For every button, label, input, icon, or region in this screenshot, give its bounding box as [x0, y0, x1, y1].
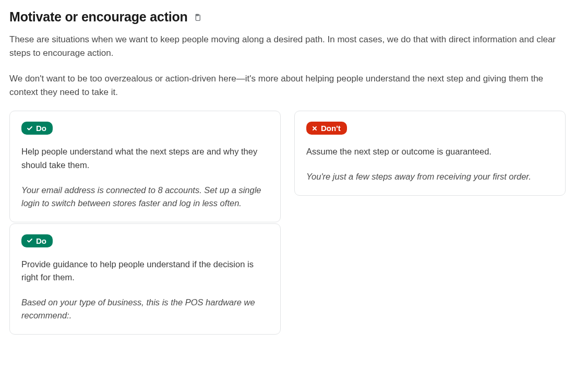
cards-container: Do Help people understand what the next …	[9, 111, 566, 335]
do-card-1-desc: Help people understand what the next ste…	[21, 145, 269, 172]
do-badge: Do	[21, 234, 53, 247]
dont-card-1-example: You're just a few steps away from receiv…	[306, 170, 554, 184]
intro-paragraph-2: We don't want to be too overzealous or a…	[9, 72, 562, 100]
do-card-1-example: Your email address is connected to 8 acc…	[21, 184, 269, 210]
check-icon	[27, 125, 33, 132]
check-icon	[27, 237, 33, 244]
do-badge-label: Do	[36, 124, 46, 133]
do-badge-label: Do	[36, 236, 46, 245]
do-card-2-desc: Provide guidance to help people understa…	[21, 258, 269, 284]
dont-card-1: Don't Assume the next step or outcome is…	[294, 111, 566, 195]
dont-card-1-desc: Assume the next step or outcome is guara…	[306, 145, 554, 159]
x-icon	[312, 125, 318, 132]
copy-link-icon[interactable]	[193, 14, 201, 22]
intro-paragraph-1: These are situations when we want to kee…	[9, 33, 562, 61]
dont-badge: Don't	[306, 122, 347, 135]
do-card-2-example: Based on your type of business, this is …	[21, 296, 269, 323]
do-card-2: Do Provide guidance to help people under…	[9, 223, 281, 335]
do-badge: Do	[21, 122, 53, 135]
section-heading: Motivate or encourage action	[9, 9, 188, 25]
dont-badge-label: Don't	[321, 124, 341, 133]
do-card-1: Do Help people understand what the next …	[9, 111, 281, 222]
